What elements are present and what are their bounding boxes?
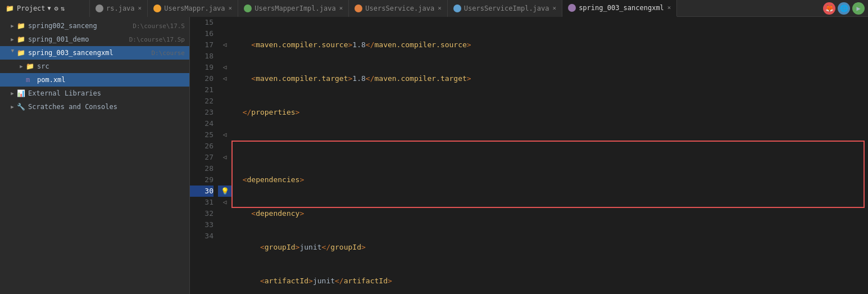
spring002-path: D:\course\17.S xyxy=(133,22,185,30)
usersserviceimpl-tab-close[interactable]: × xyxy=(553,4,557,12)
usersserviceimpl-tab-label: UsersServiceImpl.java xyxy=(464,4,549,12)
extlibs-icon: 📊 xyxy=(17,90,26,97)
tab-spring003[interactable]: spring_003_sancengxml × xyxy=(562,0,677,17)
usersmappr-tab-icon xyxy=(153,4,161,12)
code-line-17: </properties> xyxy=(234,107,866,118)
usersmapperimpl-tab-icon xyxy=(244,4,252,12)
gutter-17: ◁ xyxy=(218,39,231,51)
spring002-arrow: ▶ xyxy=(9,22,16,29)
spring003-arrow: ▶ xyxy=(9,49,16,56)
src-folder-icon: 📁 xyxy=(26,63,35,70)
sidebar: ▶ 📁 spring002_sanceng D:\course\17.S ▶ 📁… xyxy=(0,17,190,294)
spring003-path: D:\course xyxy=(151,49,185,57)
spring001-folder-icon: 📁 xyxy=(17,36,26,43)
spring003-label: spring_003_sancengxml xyxy=(28,49,149,57)
extlibs-label: External Libraries xyxy=(28,89,185,97)
gutter-18 xyxy=(218,51,231,62)
code-line-18 xyxy=(234,141,866,152)
usersmappr-tab-close[interactable]: × xyxy=(229,4,233,12)
project-settings-icon[interactable]: ⚙ xyxy=(54,4,58,12)
usersmappr-tab-label: UsersMappr.java xyxy=(164,4,225,12)
tab-usersservice[interactable]: UsersService.java × xyxy=(349,0,447,17)
pom-arrow: ▶ xyxy=(18,76,25,83)
code-line-16: <maven.compiler.target>1.8</maven.compil… xyxy=(234,73,866,84)
gutter-32 xyxy=(218,208,231,219)
pom-icon: m xyxy=(26,76,35,83)
folder-small-icon: 📁 xyxy=(6,4,14,12)
code-content[interactable]: <maven.compiler.source>1.8</maven.compil… xyxy=(231,17,868,294)
code-line-15: <maven.compiler.source>1.8</maven.compil… xyxy=(234,39,866,51)
sidebar-item-scratches[interactable]: ▶ 🔧 Scratches and Consoles xyxy=(0,100,189,114)
gutter-21 xyxy=(218,84,231,96)
rs-tab-icon xyxy=(96,4,103,12)
gutter-24 xyxy=(218,118,231,129)
gutter-19: ◁ xyxy=(218,62,231,73)
gutter-16 xyxy=(218,28,231,39)
usersservice-tab-close[interactable]: × xyxy=(438,4,442,12)
usersmapperimpl-tab-label: UsersMapperImpl.java xyxy=(255,4,336,12)
spring003-tab-label: spring_003_sancengxml xyxy=(579,4,664,12)
line-numbers: 15 16 17 18 19 20 21 22 23 24 25 26 27 2… xyxy=(190,17,218,294)
tab-usersserviceimpl[interactable]: UsersServiceImpl.java × xyxy=(448,0,562,17)
code-line-20: <dependency> xyxy=(234,208,866,219)
spring003-tab-close[interactable]: × xyxy=(667,4,671,11)
code-line-19: <dependencies> xyxy=(234,174,866,186)
extlibs-arrow: ▶ xyxy=(9,90,16,97)
gutter-34 xyxy=(218,230,231,242)
tab-rs[interactable]: rs.java × xyxy=(90,0,148,17)
project-tab[interactable]: 📁 Project ▼ ⚙ ⇅ xyxy=(0,0,90,17)
gutter-23 xyxy=(218,107,231,118)
sidebar-item-spring003[interactable]: ▶ 📁 spring_003_sancengxml D:\course xyxy=(0,46,189,60)
gutter-31: ◁ xyxy=(218,197,231,208)
src-arrow: ▶ xyxy=(18,63,25,70)
browser-icon[interactable]: 🌐 xyxy=(838,2,850,15)
editor-area: 15 16 17 18 19 20 21 22 23 24 25 26 27 2… xyxy=(190,17,868,294)
gutter-33 xyxy=(218,219,231,230)
spring001-label: spring_001_demo xyxy=(28,35,127,43)
scratches-icon: 🔧 xyxy=(17,103,26,110)
sidebar-item-src[interactable]: ▶ 📁 src xyxy=(0,60,189,73)
usersmapperimpl-tab-close[interactable]: × xyxy=(339,4,343,12)
tab-bar: 📁 Project ▼ ⚙ ⇅ rs.java × UsersMappr.jav… xyxy=(0,0,868,17)
gutter-20: ◁ xyxy=(218,73,231,84)
sidebar-item-spring001[interactable]: ▶ 📁 spring_001_demo D:\course\17.Sp xyxy=(0,33,189,46)
src-label: src xyxy=(37,62,185,70)
bulb-icon[interactable]: 💡 xyxy=(221,186,229,197)
usersservice-tab-label: UsersService.java xyxy=(365,4,434,12)
sidebar-item-extlibs[interactable]: ▶ 📊 External Libraries xyxy=(0,87,189,100)
rs-tab-label: rs.java xyxy=(106,4,135,12)
project-label: Project xyxy=(17,4,46,12)
spring001-path: D:\course\17.Sp xyxy=(129,36,185,43)
spring003-tab-icon xyxy=(568,4,576,12)
spring003-folder-icon: 📁 xyxy=(17,49,26,56)
gutter-26 xyxy=(218,141,231,152)
project-dropdown-icon[interactable]: ▼ xyxy=(48,5,51,11)
usersserviceimpl-tab-icon xyxy=(453,4,461,12)
gutter-29 xyxy=(218,174,231,186)
usersservice-tab-icon xyxy=(355,4,362,12)
spring002-label: spring002_sanceng xyxy=(28,22,130,30)
pom-label: pom.xml xyxy=(37,76,185,84)
window-controls: 🦊 🌐 ▶ xyxy=(820,0,868,17)
gutter-15 xyxy=(218,17,231,28)
scratches-label: Scratches and Consoles xyxy=(28,103,185,111)
code-line-21: <groupId>junit</groupId> xyxy=(234,242,866,253)
sidebar-item-pomxml[interactable]: ▶ m pom.xml xyxy=(0,73,189,87)
gutter-28 xyxy=(218,163,231,174)
gutter-30: 💡 xyxy=(218,186,231,197)
run-icon[interactable]: ▶ xyxy=(852,2,865,15)
app-window: 📁 Project ▼ ⚙ ⇅ rs.java × UsersMappr.jav… xyxy=(0,0,868,294)
code-line-22: <artifactId>junit</artifactId> xyxy=(234,275,866,287)
tab-usersmappr[interactable]: UsersMappr.java × xyxy=(148,0,238,17)
firefox-icon[interactable]: 🦊 xyxy=(823,2,835,15)
spring001-arrow: ▶ xyxy=(9,36,16,43)
sidebar-item-spring002[interactable]: ▶ 📁 spring002_sanceng D:\course\17.S xyxy=(0,19,189,33)
main-content: ▶ 📁 spring002_sanceng D:\course\17.S ▶ 📁… xyxy=(0,17,868,294)
gutter: ◁ ◁ ◁ ◁ ◁ 💡 ◁ xyxy=(218,17,231,294)
gutter-25: ◁ xyxy=(218,129,231,141)
project-layout-icon[interactable]: ⇅ xyxy=(61,4,65,12)
code-editor[interactable]: 15 16 17 18 19 20 21 22 23 24 25 26 27 2… xyxy=(190,17,868,294)
gutter-22 xyxy=(218,96,231,107)
rs-tab-close[interactable]: × xyxy=(138,4,142,12)
tab-usersmapperimpl[interactable]: UsersMapperImpl.java × xyxy=(238,0,349,17)
